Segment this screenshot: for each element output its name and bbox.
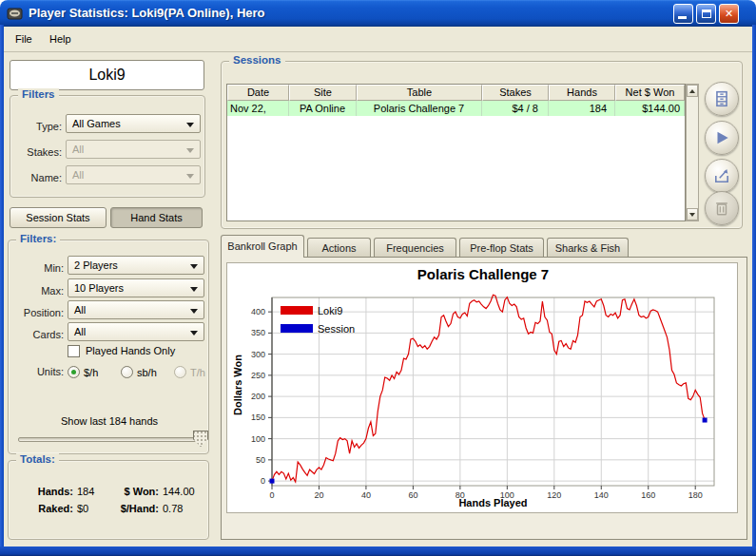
hands-slider-thumb[interactable] [193,431,208,447]
tab-sharks-fish[interactable]: Sharks & Fish [547,238,629,258]
svg-text:0: 0 [261,476,265,486]
max-players-value: 10 Players [74,282,124,294]
chevron-down-icon [190,331,198,336]
title-bar: Player Statistics: Loki9(PA Online), Her… [0,0,756,27]
scroll-down-button[interactable] [687,208,698,220]
svg-text:350: 350 [251,328,265,337]
name-label: Name: [14,168,62,187]
column-header-stakes[interactable]: Stakes [482,85,549,101]
player-name-button[interactable]: Loki9 [10,60,204,90]
units-dollars-radio[interactable] [68,366,80,378]
player-statistics-window: Player Statistics: Loki9(PA Online), Her… [0,0,756,556]
cards-dropdown[interactable]: All [68,322,204,341]
y-axis-label: Dollars Won [232,355,243,415]
tab-bankroll-graph[interactable]: Bankroll Graph [221,235,304,258]
play-icon [713,129,730,146]
units-smallbets-radio[interactable] [121,366,133,378]
delete-session-button [705,191,739,225]
svg-text:100: 100 [251,434,265,444]
minimize-button[interactable] [673,4,693,24]
scroll-up-button[interactable] [687,85,698,97]
stakes-value: All [72,144,84,155]
column-header-net-won[interactable]: Net $ Won [615,85,685,101]
units-tournament-radio [174,366,186,378]
chevron-down-icon [190,287,198,292]
app-icon [7,6,23,22]
session-row[interactable]: Nov 22, 2007 PA Online Polaris Challenge… [227,101,685,116]
tab-preflop-stats[interactable]: Pre-flop Stats [459,238,544,258]
filters-group: Filters Type: All Games Stakes: All Name… [10,95,205,198]
hand-filters-group-title: Filters: [16,233,60,244]
maximize-button[interactable] [696,4,716,24]
sessions-scrollbar[interactable] [686,84,699,221]
session-stakes: $4 / 8 [482,101,549,116]
won-total-value: 144.00 [159,486,195,497]
tab-actions[interactable]: Actions [307,238,371,258]
session-table-name: Polaris Challenge 7 [357,101,482,116]
menu-help[interactable]: Help [44,29,77,49]
chevron-down-icon [186,123,194,127]
export-session-button[interactable] [705,159,739,193]
close-button[interactable]: ✕ [719,4,739,24]
session-hands: 184 [549,101,615,116]
arrow-up-icon [689,89,695,93]
max-label: Max: [10,281,64,300]
min-players-dropdown[interactable]: 2 Players [68,256,204,275]
units-dollars-label: $/h [84,366,98,380]
position-dropdown[interactable]: All [68,300,204,319]
won-total-label: $ Won: [113,486,159,497]
hand-stats-button[interactable]: Hand Stats [110,207,203,228]
menu-bar [4,27,752,52]
chevron-down-icon [186,148,194,153]
position-label: Position: [10,303,64,322]
sessions-table: Date Site Table Stakes Hands Net $ Won N… [226,84,686,221]
chevron-down-icon [186,174,194,179]
svg-text:150: 150 [251,412,265,422]
svg-text:400: 400 [251,307,265,316]
cards-label: Cards: [10,325,64,344]
name-value: All [72,169,84,181]
cards-value: All [74,326,86,337]
session-report-button[interactable] [705,82,739,116]
column-header-site[interactable]: Site [289,85,357,101]
position-value: All [74,304,86,316]
legend-label-session: Session [318,323,355,335]
type-value: All Games [72,118,121,129]
bankroll-chart: Polaris Challenge 7 05010015020025030035… [226,262,738,513]
tab-frequencies[interactable]: Frequencies [374,238,456,258]
svg-text:300: 300 [251,350,265,359]
menu-file[interactable]: File [10,29,38,49]
min-label: Min: [10,259,64,278]
column-header-table[interactable]: Table [357,85,482,101]
column-header-hands[interactable]: Hands [549,85,615,101]
hands-slider-track[interactable] [18,437,204,442]
session-date: Nov 22, 2007 [227,101,289,116]
type-dropdown[interactable]: All Games [66,114,201,133]
svg-text:50: 50 [256,455,265,465]
chevron-down-icon [190,264,198,269]
played-hands-only-label: Played Hands Only [86,344,175,358]
arrow-down-icon [689,213,695,217]
totals-row-2: Raked: $0 $/Hand: 0.78 [9,503,210,514]
svg-text:250: 250 [251,371,265,380]
window-border-left [0,25,4,556]
hands-total-label: Hands: [9,486,73,497]
hands-total-value: 184 [73,486,113,497]
session-stats-button[interactable]: Session Stats [10,207,107,228]
filters-group-title: Filters [18,88,59,100]
units-tournament-label: T/h [190,366,205,380]
export-icon [713,167,730,184]
units-smallbets-label: sb/h [137,366,157,380]
per-hand-value: 0.78 [159,503,183,514]
chart-legend: Loki9 Session [281,301,355,337]
played-hands-only-checkbox[interactable] [68,345,80,357]
report-icon [713,90,730,107]
session-net-won: $144.00 [615,101,685,116]
replay-session-button[interactable] [705,121,739,155]
legend-item-session: Session [281,319,355,337]
totals-group-title: Totals: [16,453,59,465]
max-players-dropdown[interactable]: 10 Players [68,278,204,297]
stakes-dropdown: All [66,140,201,159]
column-header-date[interactable]: Date [227,85,289,101]
legend-swatch-blue [281,324,313,333]
